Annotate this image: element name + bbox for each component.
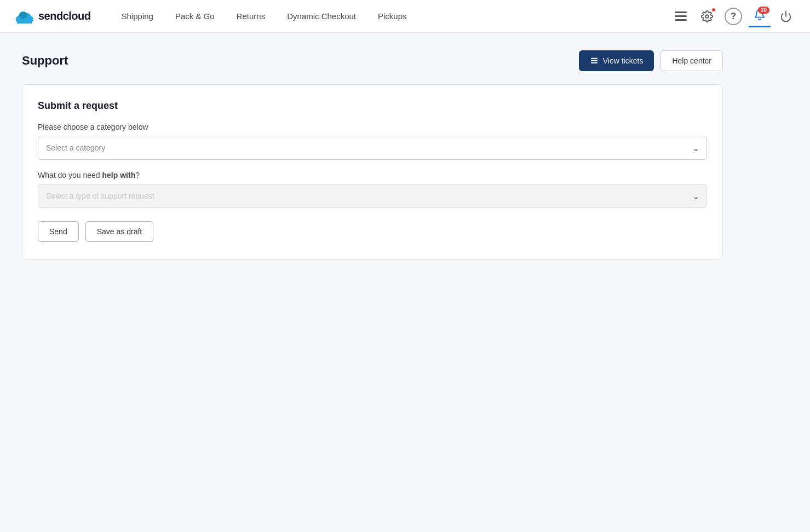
power-icon (780, 10, 792, 22)
category-select[interactable]: Select a category (38, 136, 707, 160)
navbar: sendcloud Shipping Pack & Go Returns Dyn… (0, 0, 810, 33)
logo-text: sendcloud (38, 10, 91, 22)
nav-pack-go[interactable]: Pack & Go (166, 7, 223, 25)
main-nav: Shipping Pack & Go Returns Dynamic Check… (113, 7, 670, 25)
settings-badge-dot (711, 8, 716, 12)
logo-link[interactable]: sendcloud (13, 8, 91, 25)
form-title: Submit a request (38, 100, 707, 112)
list-icon (675, 11, 687, 21)
svg-rect-9 (591, 58, 598, 59)
category-label: Please choose a category below (38, 123, 707, 131)
svg-rect-3 (17, 19, 32, 24)
nav-shipping[interactable]: Shipping (113, 7, 162, 25)
question-mark-icon: ? (731, 11, 736, 22)
svg-rect-5 (675, 11, 687, 13)
notifications-badge: 20 (758, 7, 769, 14)
nav-dynamic-checkout[interactable]: Dynamic Checkout (278, 7, 365, 25)
page-content: Support View tickets Help center Submit … (0, 33, 745, 277)
power-button[interactable] (775, 5, 797, 27)
header-actions: View tickets Help center (579, 50, 723, 71)
form-actions: Send Save as draft (38, 221, 707, 242)
gear-icon (701, 10, 713, 22)
nav-returns[interactable]: Returns (228, 7, 274, 25)
help-button[interactable]: ? (725, 8, 742, 25)
help-type-label: What do you need help with? (38, 171, 707, 180)
navbar-actions: ? 20 (670, 5, 797, 27)
settings-button[interactable] (696, 5, 718, 27)
category-select-wrapper: Select a category ⌄ (38, 136, 707, 160)
nav-pickups[interactable]: Pickups (369, 7, 416, 25)
svg-rect-6 (675, 15, 687, 17)
list-view-button[interactable] (670, 5, 692, 27)
svg-rect-7 (675, 19, 687, 21)
svg-rect-11 (591, 62, 598, 63)
category-group: Please choose a category below Select a … (38, 123, 707, 160)
save-as-draft-button[interactable]: Save as draft (85, 221, 154, 242)
svg-rect-10 (591, 60, 598, 61)
help-type-select-wrapper: Select a type of support request ⌄ (38, 184, 707, 208)
page-title: Support (22, 54, 68, 68)
sendcloud-logo-icon (13, 8, 34, 25)
notifications-button[interactable]: 20 (749, 5, 771, 27)
view-tickets-button[interactable]: View tickets (579, 50, 654, 71)
help-type-group: What do you need help with? Select a typ… (38, 171, 707, 208)
support-form-card: Submit a request Please choose a categor… (22, 84, 723, 260)
send-button[interactable]: Send (38, 221, 79, 242)
list-tickets-icon (590, 56, 599, 65)
help-type-select[interactable]: Select a type of support request (38, 184, 707, 208)
page-header: Support View tickets Help center (22, 50, 723, 71)
svg-point-4 (19, 11, 27, 19)
help-center-button[interactable]: Help center (660, 50, 723, 71)
